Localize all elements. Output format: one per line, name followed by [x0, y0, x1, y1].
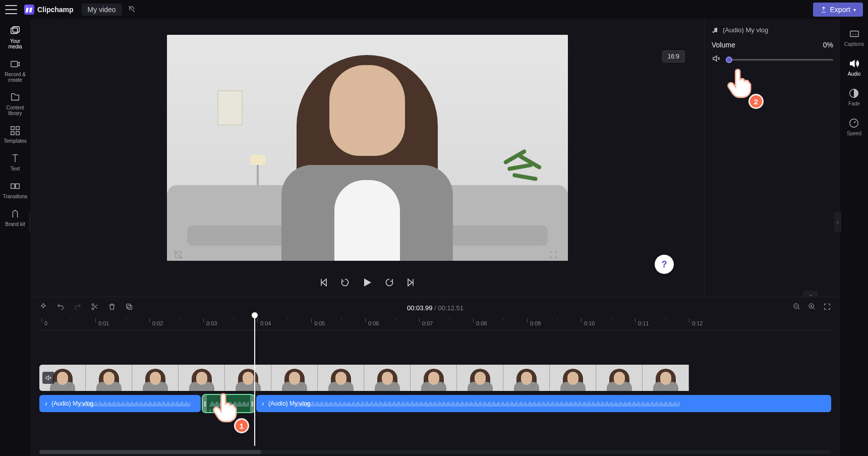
chevron-down-icon: ▾ — [853, 7, 856, 13]
audio-clip-2-selected[interactable]: ‖ ‖ — [203, 395, 254, 412]
zoom-fit-button[interactable] — [823, 303, 831, 313]
properties-panel: (Audio) My vlog Volume 0% ⌄ — [704, 19, 840, 297]
ruler-mark: 0:04 — [260, 320, 271, 326]
preview-stage: 16:9 ? — [30, 19, 704, 297]
ruler-mark: 0:01 — [98, 320, 109, 326]
svg-rect-16 — [127, 304, 131, 308]
ruler-mark: 0 — [44, 320, 47, 326]
left-sidebar: Your media Record & create Content libra… — [0, 19, 30, 456]
selected-track-label: (Audio) My vlog — [712, 26, 833, 34]
help-button[interactable]: ? — [655, 255, 674, 274]
video-thumbnail — [318, 365, 364, 391]
timeline-scrollbar[interactable] — [39, 450, 831, 454]
svg-rect-5 — [11, 132, 14, 135]
sidebar-item-text[interactable]: Text — [3, 153, 28, 172]
audio-clip-3[interactable]: ♪ (Audio) My vlog — [256, 395, 831, 412]
video-thumbnail — [550, 365, 596, 391]
video-thumbnail — [271, 365, 318, 391]
video-thumbnail — [132, 365, 179, 391]
delete-button[interactable] — [108, 303, 116, 313]
svg-rect-15 — [128, 305, 132, 309]
auto-fx-button[interactable] — [39, 303, 47, 313]
export-label: Export — [830, 6, 850, 14]
preview-video[interactable] — [167, 35, 568, 261]
rail-item-captions[interactable]: Captions — [844, 28, 864, 47]
right-rail: Captions Audio Fade Speed — [840, 19, 868, 456]
menu-button[interactable] — [5, 5, 17, 14]
timeline-scrollbar-thumb[interactable] — [39, 450, 261, 454]
undo-button[interactable] — [56, 303, 65, 313]
audio-track[interactable]: ♪ (Audio) My vlog ‖ ‖ ♪ (Audio) My vlog — [39, 395, 831, 412]
ruler-mark: 0:12 — [692, 320, 703, 326]
sidebar-item-content-library[interactable]: Content library — [3, 92, 28, 116]
clip-handle-right[interactable]: ‖ — [250, 395, 254, 412]
video-thumbnail — [225, 365, 271, 391]
audio-clip-1[interactable]: ♪ (Audio) My vlog — [39, 395, 201, 412]
video-thumbnail — [86, 365, 132, 391]
svg-rect-6 — [16, 132, 19, 135]
ruler-mark: 0:02 — [152, 320, 163, 326]
sidebar-item-your-media[interactable]: Your media — [3, 25, 28, 49]
ruler-mark: 0:10 — [584, 320, 595, 326]
video-thumbnail — [596, 365, 643, 391]
sidebar-item-transitions[interactable]: Transitions — [3, 181, 28, 199]
play-button[interactable] — [361, 276, 373, 291]
sidebar-item-brand-kit[interactable]: Brand kit — [3, 208, 28, 227]
svg-rect-1 — [13, 27, 19, 32]
time-display: 00:03.99 / 00:12.51 — [407, 304, 464, 312]
sidebar-item-templates[interactable]: Templates — [3, 125, 28, 144]
rail-item-audio[interactable]: Audio — [848, 58, 861, 77]
project-title[interactable]: My video — [82, 4, 122, 16]
video-thumbnail — [411, 365, 457, 391]
skip-back-button[interactable] — [319, 277, 329, 290]
ruler-mark: 0:06 — [368, 320, 379, 326]
svg-rect-0 — [11, 28, 18, 34]
video-thumbnail — [643, 365, 689, 391]
mute-icon[interactable] — [712, 54, 721, 65]
zoom-out-button[interactable] — [793, 303, 801, 313]
copy-button[interactable] — [125, 303, 133, 313]
crop-icon[interactable] — [173, 250, 183, 261]
svg-rect-10 — [850, 31, 858, 37]
rail-item-speed[interactable]: Speed — [847, 118, 861, 136]
clip-handle-left[interactable]: ‖ — [203, 395, 207, 412]
timeline-ruler[interactable]: 00:010:020:030:040:050:060:070:080:090:1… — [39, 318, 831, 330]
ruler-mark: 0:07 — [422, 320, 433, 326]
split-button[interactable] — [91, 303, 99, 313]
video-thumbnail — [179, 365, 225, 391]
redo-button[interactable] — [74, 303, 82, 313]
volume-slider-thumb[interactable] — [726, 56, 732, 63]
svg-rect-3 — [11, 127, 14, 130]
skip-forward-button[interactable] — [406, 277, 416, 290]
svg-rect-4 — [16, 127, 19, 130]
ruler-mark: 0:05 — [314, 320, 325, 326]
ruler-mark: 0:11 — [638, 320, 649, 326]
ruler-mark: 0:08 — [476, 320, 487, 326]
app-logo: ▮▮ Clipchamp — [24, 5, 74, 15]
sync-off-icon[interactable] — [127, 5, 136, 15]
svg-rect-2 — [11, 62, 18, 67]
track-mute-icon[interactable] — [42, 372, 54, 384]
video-track[interactable] — [39, 365, 831, 391]
collapse-right-panel-button[interactable]: › — [834, 212, 841, 232]
rewind-button[interactable] — [340, 277, 350, 290]
aspect-ratio-button[interactable]: 16:9 — [662, 50, 685, 63]
brand-name: Clipchamp — [37, 6, 74, 14]
volume-value: 0% — [823, 41, 833, 49]
video-thumbnail — [457, 365, 503, 391]
timeline-area: 00:03.99 / 00:12.51 00:010:020:030:040:0… — [30, 297, 840, 456]
svg-rect-8 — [16, 184, 19, 188]
ruler-mark: 0:03 — [206, 320, 217, 326]
sidebar-item-record-create[interactable]: Record & create — [3, 59, 28, 83]
forward-button[interactable] — [384, 277, 394, 290]
volume-slider[interactable] — [726, 59, 833, 61]
music-icon: ♪ — [44, 400, 47, 407]
rail-item-fade[interactable]: Fade — [848, 88, 860, 106]
video-thumbnail — [364, 365, 411, 391]
music-icon: ♪ — [261, 400, 264, 407]
fullscreen-icon[interactable] — [549, 250, 558, 261]
svg-rect-7 — [11, 184, 15, 188]
zoom-in-button[interactable] — [808, 303, 816, 313]
export-button[interactable]: Export ▾ — [813, 3, 863, 17]
video-thumbnail — [503, 365, 550, 391]
